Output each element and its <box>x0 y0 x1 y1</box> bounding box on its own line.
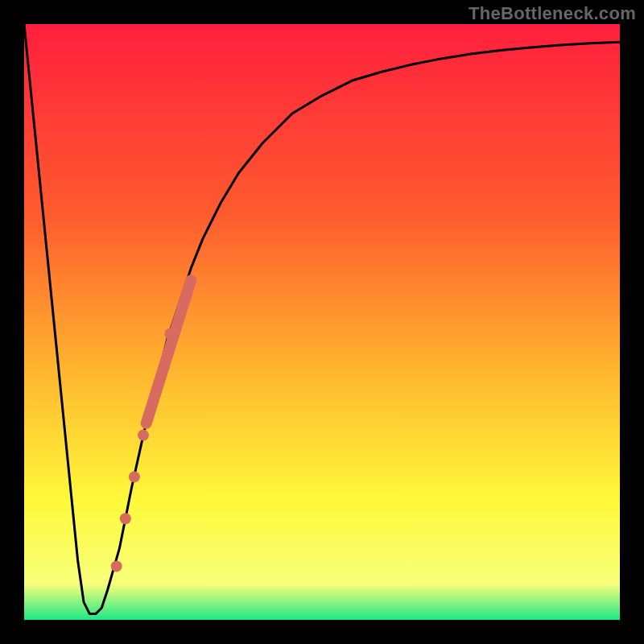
highlight-point <box>164 328 175 340</box>
chart-frame: TheBottleneck.com <box>0 0 644 644</box>
watermark-text: TheBottleneck.com <box>469 3 636 24</box>
gradient-background <box>24 24 620 620</box>
highlight-point <box>129 471 140 482</box>
plot-svg <box>24 24 620 620</box>
highlight-point <box>120 513 131 524</box>
plot-area <box>24 24 620 620</box>
highlight-point <box>111 560 122 572</box>
highlight-point <box>138 430 149 441</box>
